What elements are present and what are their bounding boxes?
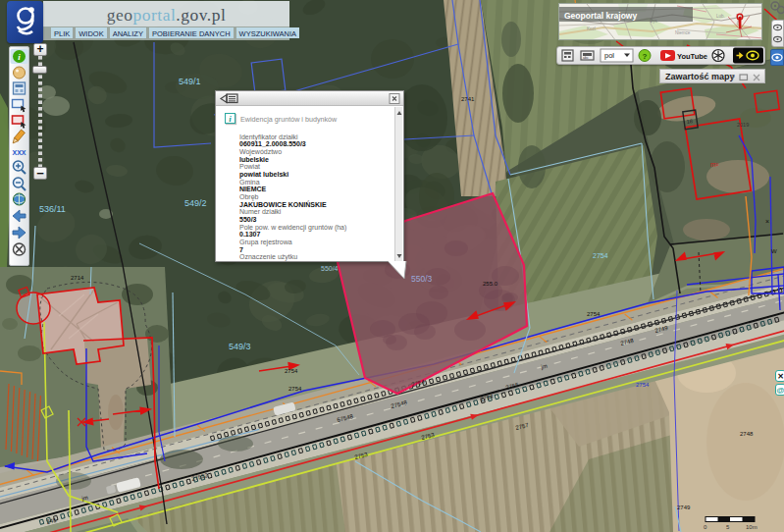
svg-text:2748: 2748: [740, 431, 754, 437]
svg-text:?: ?: [643, 52, 648, 61]
svg-text:abc: abc: [583, 56, 589, 60]
svg-text:550/3: 550/3: [411, 274, 433, 284]
svg-text:2741: 2741: [461, 96, 475, 102]
svg-text:255.0: 255.0: [483, 281, 498, 287]
svg-text:549/3: 549/3: [229, 342, 251, 351]
svg-text:2019: 2019: [737, 122, 749, 128]
svg-text:2754: 2754: [288, 386, 302, 392]
svg-text:XXX: XXX: [12, 149, 26, 156]
svg-text:W: W: [771, 248, 777, 254]
svg-text:YouTube: YouTube: [677, 52, 707, 61]
svg-text:550/4: 550/4: [321, 265, 339, 272]
svg-text:2754: 2754: [587, 311, 601, 317]
svg-text:2714: 2714: [71, 275, 84, 281]
svg-text:549/1: 549/1: [179, 77, 201, 86]
svg-text:10m: 10m: [746, 524, 758, 530]
svg-text:Kozl: Kozl: [587, 27, 596, 31]
svg-text:549/2: 549/2: [184, 198, 207, 208]
svg-text:?: ?: [730, 73, 735, 82]
svg-text:Geoportal krajowy: Geoportal krajowy: [564, 11, 637, 21]
svg-text:×: ×: [765, 218, 769, 225]
svg-text:2749: 2749: [677, 505, 691, 510]
svg-text:2754: 2754: [636, 382, 650, 388]
svg-text:pol: pol: [604, 51, 614, 60]
svg-text:536/11: 536/11: [39, 204, 66, 214]
svg-text:2754: 2754: [593, 252, 608, 259]
svg-text:Lub.: Lub.: [716, 14, 725, 19]
svg-text:2754: 2754: [285, 368, 298, 374]
svg-text:Niemce: Niemce: [675, 30, 691, 35]
svg-text:18: 18: [686, 118, 693, 125]
svg-text:m²: m²: [710, 161, 719, 168]
